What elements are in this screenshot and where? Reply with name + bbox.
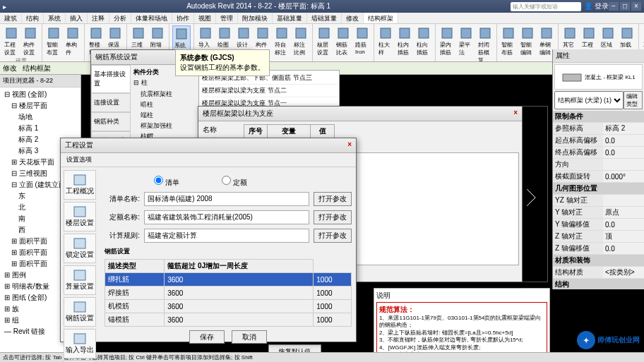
open-button[interactable]: 打开参改 xyxy=(314,210,352,224)
ribbon-button[interactable]: 智能布置 xyxy=(45,25,62,57)
side-tab[interactable]: 锁定设置 xyxy=(64,234,96,263)
property-group[interactable]: 结构 xyxy=(553,279,644,290)
svg-rect-28 xyxy=(584,28,594,38)
properties-panel: 属性 混凝土 - 框架梁 KL1 结构框架 (大梁) (1) 编辑类型 限制条件… xyxy=(552,49,644,289)
property-row[interactable]: Y 轴对正原点 xyxy=(553,207,644,219)
side-tab[interactable]: 楼层设置 xyxy=(64,202,96,231)
property-row[interactable]: Y 轴偏移值0.0 xyxy=(553,219,644,231)
ribbon-button[interactable]: 智能编辑 xyxy=(519,25,536,57)
ribbon-tab[interactable]: 插入 xyxy=(66,13,88,23)
ribbon-button[interactable]: 梁内插筋 xyxy=(439,25,455,62)
open-button[interactable]: 打开参改 xyxy=(314,192,352,206)
property-row[interactable]: YZ 轴对正 xyxy=(553,195,644,207)
side-tab[interactable]: 钢筋设置 xyxy=(64,297,96,327)
vertical-tab[interactable]: 钢筋种类 xyxy=(91,112,131,131)
vertical-tab[interactable]: 基本搭接设置 xyxy=(91,65,131,93)
property-row[interactable]: 结构材质<按类别> xyxy=(553,267,644,279)
explanation-panel: 说明 规范算法： 1、来源11G101-1第79页、03G101-1第54页的抗… xyxy=(374,288,550,362)
ribbon-button[interactable]: 梁平法 xyxy=(458,25,475,62)
cancel-button[interactable]: 取消 xyxy=(232,330,267,344)
type-selector[interactable]: 结构框架 xyxy=(23,64,51,73)
property-row[interactable]: 终点标高偏移0.0 xyxy=(553,147,644,159)
search-box[interactable]: 输入关键字或短语 xyxy=(511,2,581,11)
rebar-table[interactable]: 描述类型箍筋超过 0J增加一周长度绑扎筋36001000焊接筋36001000机… xyxy=(105,259,352,327)
maximize-button[interactable]: □ xyxy=(620,2,630,11)
vertical-tab[interactable]: 连接设置 xyxy=(91,93,131,112)
property-group[interactable]: 几何图形位置 xyxy=(553,183,644,195)
radio-list[interactable]: 清单 xyxy=(144,176,179,188)
field-value[interactable]: 国标清单(福建) 2008 xyxy=(144,192,309,206)
close-icon[interactable]: × xyxy=(347,140,352,150)
type-preview[interactable]: 混凝土 - 框架梁 KL1 xyxy=(554,64,643,90)
rule-line: 2、梁上下纵筋贴着墙时: 锚固长度=[La且>=0.5hc+5d] xyxy=(379,330,544,337)
property-row[interactable]: Z 轴对正顶 xyxy=(553,231,644,243)
tree-node[interactable]: ⊟ 视图 (全部) xyxy=(1,89,79,100)
ribbon-button[interactable]: 工程设置 xyxy=(3,25,20,57)
ribbon-tab[interactable]: 管理 xyxy=(216,13,238,23)
ribbon-button[interactable]: 路筋 Iron xyxy=(354,25,371,57)
modify-label: 修改 xyxy=(3,64,17,73)
radio-quota[interactable]: 定额 xyxy=(212,176,247,188)
svg-rect-21 xyxy=(442,28,452,38)
ribbon-tab[interactable]: 墙础算量 xyxy=(307,13,342,23)
ribbon-button[interactable]: 封闭筋概算 xyxy=(477,25,494,62)
close-button[interactable]: × xyxy=(631,2,641,11)
ribbon-button[interactable]: 柱大样 xyxy=(377,25,394,57)
ribbon-button[interactable]: 钢筋比表 xyxy=(335,25,352,57)
app-title: Autodesk Revit 2014 - 8-22 - 楼层平面: 标高 1 xyxy=(6,1,511,11)
save-button[interactable]: 保存 xyxy=(189,330,225,344)
node-item[interactable]: 楼层框架梁以梁为支座 节点二 xyxy=(201,85,338,97)
svg-rect-2 xyxy=(49,28,59,38)
ribbon-tabs: 建筑结构系统插入注释分析体量和场地协作视图管理附加模块基础算量墙础算量修改结构框… xyxy=(0,13,644,24)
property-group[interactable]: 材质和装饰 xyxy=(553,255,644,267)
field-value[interactable]: 福建省建筑装饰工程消耗量(2005) xyxy=(144,210,309,224)
ribbon-tab[interactable]: 结构 xyxy=(22,13,44,23)
ribbon-tab[interactable]: 建筑 xyxy=(0,13,22,23)
ribbon-button[interactable]: 构件设置 xyxy=(22,25,39,57)
svg-rect-11 xyxy=(239,28,249,38)
ribbon-button[interactable]: 柱向插筋 xyxy=(415,25,432,57)
svg-rect-10 xyxy=(220,28,229,38)
ribbon-button[interactable]: 单构件 xyxy=(64,25,81,57)
field-value[interactable]: 福建省定额计算 xyxy=(144,229,309,243)
ribbon-tab[interactable]: 修改 xyxy=(342,13,364,23)
svg-rect-17 xyxy=(357,28,367,38)
ribbon-button[interactable]: 智能布筋 xyxy=(500,25,517,57)
ribbon-tab[interactable]: 系统 xyxy=(44,13,66,23)
tree-node[interactable]: ⊟ 楼层平面 xyxy=(1,100,79,111)
property-group[interactable]: 限制条件 xyxy=(553,111,644,123)
side-tab[interactable]: 工程概况 xyxy=(64,170,96,200)
side-tab[interactable]: 输入导出 xyxy=(64,329,96,358)
close-icon[interactable]: × xyxy=(513,109,518,119)
ribbon-tab[interactable]: 协作 xyxy=(172,13,194,23)
ribbon-tab[interactable]: 体量和场地 xyxy=(131,13,172,23)
ribbon-button[interactable]: 符自标注 xyxy=(273,25,290,57)
ribbon-tab[interactable]: 视图 xyxy=(194,13,216,23)
ribbon-tab[interactable]: 附加模块 xyxy=(238,13,273,23)
property-row[interactable]: 方向 xyxy=(553,159,644,171)
property-row[interactable]: 参照标高标高 2 xyxy=(553,123,644,135)
property-row[interactable]: 横截面旋转0.000° xyxy=(553,171,644,183)
ribbon-button[interactable]: 柱内插筋 xyxy=(396,25,413,57)
property-row[interactable]: Z 轴偏移值0.0 xyxy=(553,243,644,255)
svg-rect-53 xyxy=(74,302,85,312)
ribbon-button[interactable]: 标注比例 xyxy=(292,25,309,57)
minimize-button[interactable]: − xyxy=(609,2,619,11)
svg-rect-6 xyxy=(133,28,143,38)
ribbon-button[interactable]: 核层设置 xyxy=(316,25,333,57)
dialog-title: 钢筋系统设置 xyxy=(95,52,138,62)
edit-type-button[interactable]: 编辑类型 xyxy=(624,91,643,109)
properties-header: 属性 xyxy=(553,49,644,63)
ribbon-tab[interactable]: 注释 xyxy=(88,13,109,23)
tree-node[interactable]: 场地 xyxy=(1,111,79,123)
ribbon-tab[interactable]: 结构框架 xyxy=(364,13,398,23)
ribbon-tab[interactable]: 分析 xyxy=(109,13,131,23)
user-label[interactable]: 👤 登录 xyxy=(584,1,609,11)
ribbon-tab[interactable]: 基础算量 xyxy=(273,13,307,23)
tree-node[interactable]: 标高 1 xyxy=(1,123,79,134)
open-button[interactable]: 打开参改 xyxy=(314,229,352,243)
property-row[interactable]: 起点标高偏移0.0 xyxy=(553,135,644,147)
type-selector[interactable]: 结构框架 (大梁) (1) xyxy=(554,91,624,109)
side-tab[interactable]: 算量设置 xyxy=(64,265,96,295)
ribbon-tooltip: 系统参数 (GJCS) 设置钢筋工程的基本参数。 xyxy=(175,49,270,76)
